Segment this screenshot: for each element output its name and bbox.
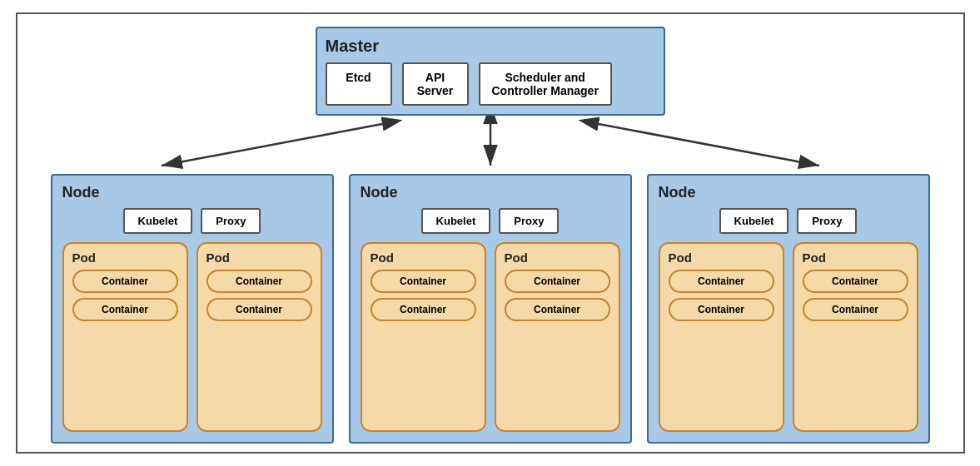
container-item: Container bbox=[505, 298, 610, 321]
container-item: Container bbox=[669, 298, 774, 321]
node-1-label: Node bbox=[62, 184, 322, 201]
pod-2-1-label: Pod bbox=[371, 250, 476, 265]
container-item: Container bbox=[669, 270, 774, 293]
node-2-box: Node Kubelet Proxy Pod Container Contain… bbox=[349, 174, 632, 444]
proxy-1: Proxy bbox=[201, 208, 261, 234]
pod-2-2-containers: Container Container bbox=[505, 270, 610, 321]
node-3-services: Kubelet Proxy bbox=[659, 208, 918, 234]
node-2-services: Kubelet Proxy bbox=[361, 208, 620, 234]
container-item: Container bbox=[505, 270, 610, 293]
pod-1-2-label: Pod bbox=[206, 250, 312, 265]
connection-arrows bbox=[32, 116, 948, 174]
pod-1-1: Pod Container Container bbox=[62, 242, 188, 432]
container-item: Container bbox=[72, 298, 178, 321]
pod-2-1: Pod Container Container bbox=[361, 242, 486, 432]
node-3-box: Node Kubelet Proxy Pod Container Contain… bbox=[647, 174, 930, 444]
container-item: Container bbox=[803, 270, 908, 293]
pod-1-2-containers: Container Container bbox=[206, 270, 312, 321]
pod-1-2: Pod Container Container bbox=[196, 242, 322, 432]
container-item: Container bbox=[803, 298, 908, 321]
pod-2-1-containers: Container Container bbox=[371, 270, 476, 321]
kubelet-1: Kubelet bbox=[123, 208, 193, 234]
pod-3-1: Pod Container Container bbox=[659, 242, 784, 432]
container-item: Container bbox=[371, 298, 476, 321]
pod-3-2-label: Pod bbox=[803, 250, 908, 265]
node-3-pods: Pod Container Container Pod Container Co… bbox=[659, 242, 918, 432]
pod-1-1-containers: Container Container bbox=[72, 270, 178, 321]
kubelet-2: Kubelet bbox=[421, 208, 491, 234]
pod-3-2-containers: Container Container bbox=[803, 270, 908, 321]
container-item: Container bbox=[206, 270, 312, 293]
master-label: Master bbox=[326, 37, 651, 56]
svg-line-2 bbox=[162, 124, 382, 166]
node-3-label: Node bbox=[659, 184, 918, 201]
svg-line-4 bbox=[599, 124, 819, 166]
api-server-component: API Server bbox=[402, 62, 469, 106]
pod-1-1-label: Pod bbox=[72, 250, 178, 265]
proxy-2: Proxy bbox=[499, 208, 559, 234]
pod-2-2: Pod Container Container bbox=[495, 242, 620, 432]
pod-3-1-label: Pod bbox=[669, 250, 774, 265]
scheduler-component: Scheduler and Controller Manager bbox=[479, 62, 612, 106]
etcd-component: Etcd bbox=[326, 62, 392, 106]
pod-3-1-containers: Container Container bbox=[669, 270, 774, 321]
container-item: Container bbox=[206, 298, 312, 321]
nodes-row: Node Kubelet Proxy Pod Container Contain… bbox=[34, 174, 947, 444]
master-components: Etcd API Server Scheduler and Controller… bbox=[326, 62, 651, 106]
master-box: Master Etcd API Server Scheduler and Con… bbox=[316, 27, 665, 116]
kubelet-3: Kubelet bbox=[719, 208, 789, 234]
pod-2-2-label: Pod bbox=[505, 250, 610, 265]
node-1-box: Node Kubelet Proxy Pod Container Contain… bbox=[51, 174, 334, 444]
diagram-wrapper: Master Etcd API Server Scheduler and Con… bbox=[16, 12, 965, 454]
node-2-pods: Pod Container Container Pod Container Co… bbox=[361, 242, 620, 432]
proxy-3: Proxy bbox=[797, 208, 857, 234]
pod-3-2: Pod Container Container bbox=[793, 242, 918, 432]
container-item: Container bbox=[72, 270, 178, 293]
node-1-pods: Pod Container Container Pod Container Co… bbox=[62, 242, 322, 432]
node-2-label: Node bbox=[361, 184, 620, 201]
container-item: Container bbox=[371, 270, 476, 293]
node-1-services: Kubelet Proxy bbox=[62, 208, 322, 234]
